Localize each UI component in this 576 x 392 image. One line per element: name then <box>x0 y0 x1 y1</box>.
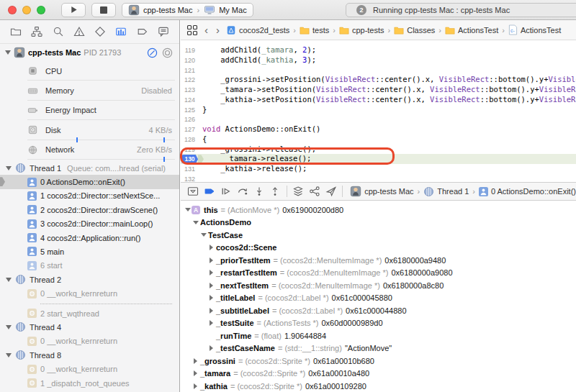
code-text[interactable] <box>199 174 576 182</box>
disclosure-right-icon[interactable] <box>192 358 199 364</box>
related-items-icon[interactable] <box>186 24 198 36</box>
code-text[interactable]: _tamara->release(); <box>204 154 576 164</box>
thread-row[interactable]: Thread 1 Queue: com....hread (serial) <box>0 161 179 175</box>
thread-row[interactable]: Thread 4 <box>0 320 179 334</box>
code-line[interactable]: 125} <box>181 105 576 115</box>
variable-row[interactable]: _testSuite= (ActionsTests *)0x60d0000989… <box>181 317 576 330</box>
jumpbar-item[interactable]: c-ActionsTest <box>508 24 561 35</box>
source-control-navigator-button[interactable] <box>30 24 44 39</box>
stack-frame-row[interactable]: 5 main <box>0 245 179 258</box>
disclosure-right-icon[interactable] <box>208 270 215 275</box>
variable-row[interactable]: _grossini= (cocos2d::Sprite *)0x61a00010… <box>181 355 576 368</box>
code-line[interactable]: 130 _tamara->release(); <box>181 154 576 164</box>
debug-breadcrumb-item[interactable]: Thread 1 <box>423 186 469 197</box>
line-number-gutter[interactable]: 120 <box>181 55 199 65</box>
code-line[interactable]: 120 addChild(_kathia, 3); <box>181 55 576 65</box>
gauge-row-cpu[interactable]: CPU <box>0 61 179 81</box>
report-navigator-button[interactable] <box>156 24 171 39</box>
code-text[interactable]: _grossini->release(); <box>199 145 576 155</box>
debug-breadcrumb-item[interactable]: cpp-tests Mac <box>350 186 413 197</box>
stack-frame-row[interactable]: 6 start <box>0 259 179 273</box>
code-line[interactable]: 127void ActionsDemo::onExit() <box>181 124 576 135</box>
stack-frame-row[interactable]: 0 ActionsDemo::onExit() <box>0 175 179 188</box>
project-navigator-button[interactable] <box>9 24 23 39</box>
jumpbar-item[interactable]: cocos2d_tests <box>226 25 289 35</box>
disclosure-right-icon[interactable] <box>208 345 215 351</box>
zoom-button[interactable] <box>37 6 45 14</box>
source-editor[interactable]: 119 addChild(_tamara, 2);120 addChild(_k… <box>181 40 576 182</box>
variable-row[interactable]: _kathia= (cocos2d::Sprite *)0x61a0001092… <box>181 380 576 392</box>
hide-debug-area-button[interactable] <box>185 184 202 199</box>
simulate-location-button[interactable] <box>323 184 339 199</box>
variable-row[interactable]: _runTime= (float)1.90644884 <box>181 329 576 342</box>
disclosure-right-icon[interactable] <box>208 295 215 301</box>
jumpbar-item[interactable]: tests <box>300 26 329 35</box>
line-number-gutter[interactable]: 130 <box>181 154 204 164</box>
debug-breadcrumb-item[interactable]: 0 ActionsDemo::onExit() <box>479 187 576 196</box>
variable-row[interactable]: cocos2d::Scene <box>181 242 576 255</box>
gauge-row-disk[interactable]: Disk4 KB/s <box>0 120 179 140</box>
variable-row[interactable]: _restartTestItem= (cocos2d::MenuItemImag… <box>181 267 576 280</box>
variable-row[interactable]: _nextTestItem= (cocos2d::MenuItemImage *… <box>181 279 576 292</box>
debug-navigator-button[interactable] <box>114 24 128 39</box>
stop-process-button[interactable] <box>162 47 173 58</box>
code-line[interactable]: 132 <box>181 174 576 182</box>
code-line[interactable]: 128{ <box>181 135 576 145</box>
line-number-gutter[interactable]: 131 <box>181 164 199 174</box>
variable-row[interactable]: _subtitleLabel= (cocos2d::Label *)0x61c0… <box>181 304 576 317</box>
code-line[interactable]: 123 _tamara->setPosition(VisibleRect::ce… <box>181 85 576 95</box>
process-row[interactable]: cpp-tests Mac PID 21793 <box>0 44 179 61</box>
code-line[interactable]: 124 _kathia->setPosition(VisibleRect::ce… <box>181 95 576 105</box>
code-text[interactable]: _kathia->release(); <box>199 164 576 174</box>
code-text[interactable]: } <box>199 105 576 115</box>
stack-frame-row[interactable]: 1 _dispatch_root_queues <box>0 376 179 390</box>
minimize-button[interactable] <box>22 6 31 14</box>
code-text[interactable] <box>199 114 576 124</box>
code-line[interactable]: 131 _kathia->release(); <box>181 164 576 174</box>
disclosure-down-icon[interactable] <box>184 208 191 211</box>
variable-row[interactable]: _titleLabel= (cocos2d::Label *)0x61c0000… <box>181 292 576 305</box>
code-line[interactable]: 129 _grossini->release(); <box>181 145 576 155</box>
step-into-button[interactable] <box>251 184 267 199</box>
find-navigator-button[interactable] <box>51 24 66 39</box>
line-number-gutter[interactable]: 119 <box>181 45 199 55</box>
stop-button[interactable] <box>91 3 116 17</box>
breakpoint-navigator-button[interactable] <box>135 24 150 39</box>
code-text[interactable]: _tamara->setPosition(VisibleRect::center… <box>199 85 576 95</box>
line-number-gutter[interactable]: 129 <box>181 145 199 155</box>
step-out-button[interactable] <box>267 184 284 199</box>
thread-row[interactable]: Thread 2 <box>0 273 179 286</box>
issue-navigator-button[interactable] <box>72 24 86 39</box>
gauge-row-memory[interactable]: MemoryDisabled <box>0 81 179 100</box>
disclosure-right-icon[interactable] <box>192 370 199 376</box>
line-number-gutter[interactable]: 124 <box>181 95 199 105</box>
stack-frame-row[interactable]: 3 cocos2d::Director::mainLoop() <box>0 217 179 231</box>
stack-frame-row[interactable]: 4 cocos2d::Application::run() <box>0 231 179 245</box>
code-line[interactable]: 121 <box>181 65 576 76</box>
scheme-selector[interactable]: cpp-tests Mac › My Mac <box>122 3 253 17</box>
back-button[interactable]: ‹ <box>203 24 210 35</box>
close-button[interactable] <box>8 6 17 14</box>
memory-graph-button[interactable] <box>307 184 323 199</box>
forward-button[interactable]: › <box>215 24 221 35</box>
code-line[interactable]: 122 _grossini->setPosition(VisibleRect::… <box>181 75 576 85</box>
code-text[interactable]: _kathia->setPosition(VisibleRect::center… <box>199 95 576 105</box>
variable-row[interactable]: _testCaseName= (std::__1::string)"Action… <box>181 342 576 355</box>
code-text[interactable] <box>199 65 576 76</box>
stack-frame-row[interactable]: 1 cocos2d::Director::setNextSce... <box>0 189 179 203</box>
breakpoints-enabled-button[interactable] <box>202 184 218 199</box>
stack-frame-row[interactable]: 0 __workq_kernreturn <box>0 286 179 300</box>
stack-frame-row[interactable]: 2 start_wqthread <box>0 306 179 320</box>
code-text[interactable]: _grossini->setPosition(VisibleRect::cent… <box>199 75 576 85</box>
disclosure-down-icon[interactable] <box>6 278 12 282</box>
line-number-gutter[interactable]: 123 <box>181 85 199 95</box>
code-text[interactable]: addChild(_tamara, 2); <box>199 45 576 55</box>
code-text[interactable]: { <box>199 135 576 145</box>
line-number-gutter[interactable]: 121 <box>181 65 199 76</box>
code-line[interactable]: 126 <box>181 114 576 124</box>
stack-frame-row[interactable]: 0 __workq_kernreturn <box>0 362 179 375</box>
jumpbar-item[interactable]: cpp-tests <box>339 26 384 35</box>
view-hierarchy-button[interactable] <box>290 184 307 199</box>
disclosure-down-icon[interactable] <box>5 50 11 55</box>
variable-row[interactable]: TestCase <box>181 229 576 242</box>
